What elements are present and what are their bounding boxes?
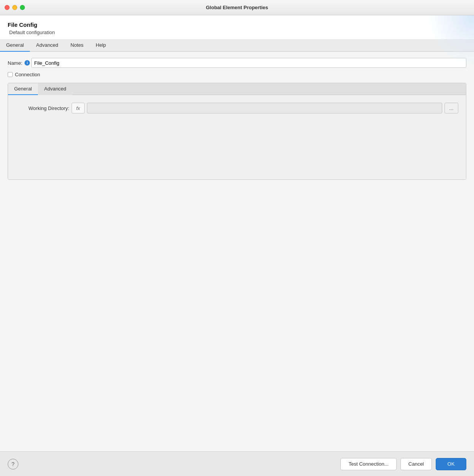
bottom-bar: ? Test Connection... Cancel OK [0, 451, 474, 476]
name-row: Name: i [8, 58, 466, 68]
browse-button[interactable]: ... [445, 103, 458, 113]
content-area: Name: i Connection General Advanced Work… [0, 52, 474, 451]
inner-tab-advanced[interactable]: Advanced [38, 83, 72, 95]
tab-general[interactable]: General [0, 39, 30, 52]
config-title: File Config [8, 21, 466, 28]
tab-help[interactable]: Help [90, 39, 112, 52]
working-directory-row: Working Directory: fx ... [16, 103, 458, 113]
header-area: File Config Default configuration [0, 15, 474, 39]
close-button[interactable] [5, 5, 10, 10]
working-directory-label: Working Directory: [16, 105, 69, 111]
fx-button[interactable]: fx [72, 103, 85, 113]
info-icon: i [25, 60, 30, 66]
inner-panel: General Advanced Working Directory: fx .… [8, 83, 466, 180]
title-bar: Global Element Properties [0, 0, 474, 15]
working-directory-input[interactable] [87, 103, 442, 113]
config-subtitle: Default configuration [8, 30, 466, 35]
inner-content: Working Directory: fx ... [8, 95, 466, 179]
inner-tab-general[interactable]: General [8, 83, 38, 95]
name-input[interactable] [31, 58, 466, 68]
minimize-button[interactable] [12, 5, 17, 10]
outer-tab-bar: General Advanced Notes Help [0, 39, 474, 52]
cancel-button[interactable]: Cancel [400, 458, 432, 470]
tab-notes[interactable]: Notes [64, 39, 90, 52]
traffic-lights [5, 5, 25, 10]
tab-advanced[interactable]: Advanced [30, 39, 64, 52]
test-connection-button[interactable]: Test Connection... [340, 458, 396, 470]
bottom-actions: Test Connection... Cancel OK [340, 458, 466, 470]
connection-row: Connection [8, 72, 466, 77]
ok-button[interactable]: OK [436, 458, 466, 470]
connection-label: Connection [15, 72, 40, 77]
window-title: Global Element Properties [206, 5, 268, 10]
help-button[interactable]: ? [8, 459, 18, 469]
maximize-button[interactable] [20, 5, 25, 10]
name-label: Name: [8, 60, 22, 66]
connection-checkbox[interactable] [8, 72, 13, 77]
inner-tab-bar: General Advanced [8, 83, 466, 95]
